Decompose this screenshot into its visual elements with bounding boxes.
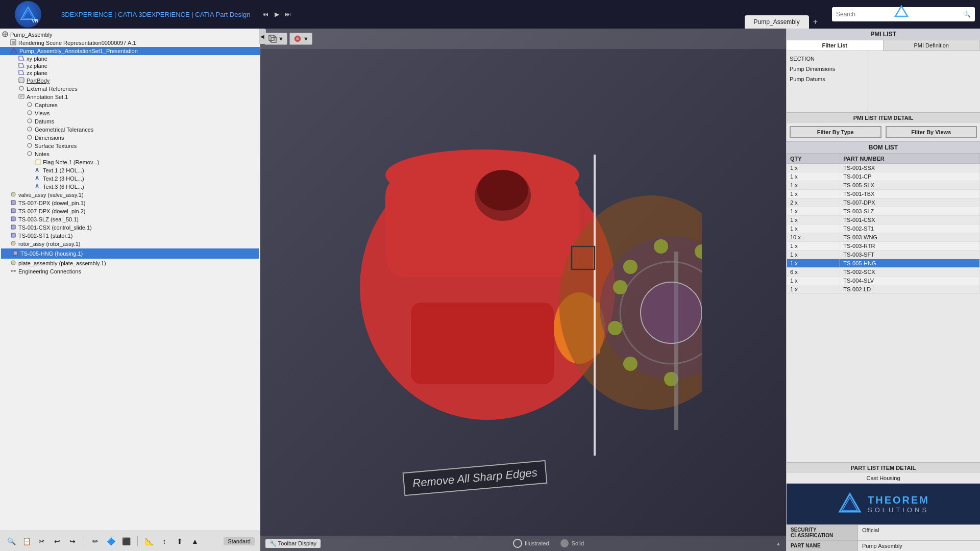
toolbar-icon-3[interactable]: ✂	[36, 535, 48, 547]
tree-item-annotation-set-pres[interactable]: Pump_Assembly_AnnotationSet1_Presentatio…	[0, 47, 260, 55]
tree-label-views: Views	[35, 110, 50, 116]
toolbar-icon-7[interactable]: 🔷	[105, 535, 117, 547]
tree-item-dimensions[interactable]: Dimensions	[0, 134, 260, 142]
bom-col-qty: QTY	[787, 154, 840, 164]
tree-item-ts003-slz[interactable]: TS-003-SLZ (seal_50.1)	[0, 215, 260, 223]
tree-item-pump-assembly[interactable]: Pump_Assembly	[0, 31, 260, 39]
svg-point-41	[11, 270, 13, 272]
play-btn[interactable]: ▶	[272, 9, 282, 19]
bom-row[interactable]: 1 xTS-003-SLZ	[787, 207, 980, 216]
tree-item-surface-textures[interactable]: Surface Textures	[0, 142, 260, 150]
toolbar-display-btn[interactable]: 🔧 Toolbar Display	[265, 539, 321, 548]
tree-item-xy-plane[interactable]: xy plane	[0, 55, 260, 62]
tree-item-yz-plane[interactable]: yz plane	[0, 62, 260, 69]
toolbar-icon-12[interactable]: ▲	[189, 535, 201, 547]
tree-item-zx-plane[interactable]: zx plane	[0, 69, 260, 77]
app-logo[interactable]: VR	[15, 1, 41, 28]
svg-point-30	[12, 193, 14, 195]
tree-item-captures[interactable]: Captures	[0, 101, 260, 109]
bom-row[interactable]: 1 xTS-003-RTR	[787, 242, 980, 251]
bom-row[interactable]: 1 xTS-004-SLV	[787, 277, 980, 285]
tree-icon-flag-note	[35, 159, 41, 166]
bom-row[interactable]: 1 xTS-003-SFT	[787, 251, 980, 259]
tree-item-valve-assy[interactable]: valve_assy (valve_assy.1)	[0, 191, 260, 199]
bom-row[interactable]: 1 xTS-005-SLX	[787, 181, 980, 190]
pmi-filter-item[interactable]: SECTION	[790, 54, 865, 64]
toolbar-icon-9[interactable]: 📐	[143, 535, 155, 547]
pmi-filter-item[interactable]: Pump Dimensions	[790, 64, 865, 74]
svg-point-37	[12, 242, 14, 244]
tree-item-text3[interactable]: AText.3 (6 HOL...)	[0, 183, 260, 191]
toolbar-icon-6[interactable]: ✏	[89, 535, 102, 547]
toolbar-icon-4[interactable]: ↩	[51, 535, 63, 547]
tree-item-eng-connections[interactable]: Engineering Connections	[0, 267, 260, 276]
pmi-filter-item[interactable]: Pump Datums	[790, 74, 865, 85]
svg-point-20	[28, 119, 32, 123]
tree-item-text2[interactable]: AText.2 (3 HOL...)	[0, 174, 260, 183]
svg-marker-2	[895, 6, 908, 16]
bom-row[interactable]: 6 xTS-002-SCX	[787, 268, 980, 277]
svg-rect-35	[11, 233, 15, 237]
bom-row[interactable]: 10 xTS-003-WNG	[787, 233, 980, 242]
toolbar-sep-2	[137, 536, 138, 546]
bom-row[interactable]: 1 xTS-005-HNG	[787, 259, 980, 268]
tree-icon-annotation-set-pres	[10, 47, 17, 55]
tree-icon-zx-plane	[18, 70, 24, 76]
security-label: SECURITY CLASSIFICATION	[787, 525, 858, 540]
main-tab[interactable]: Pump_Assembly	[745, 15, 809, 29]
tree-item-flag-note[interactable]: Flag Note.1 (Remov...)	[0, 158, 260, 166]
toolbar-icon-2[interactable]: 📋	[20, 535, 33, 547]
bom-row[interactable]: 1 xTS-002-ST1	[787, 224, 980, 233]
tree-item-ts001-csx[interactable]: TS-001-CSX (control_slide.1)	[0, 223, 260, 232]
toolbar-icon-11[interactable]: ⬆	[174, 535, 186, 547]
solid-btn[interactable]: Solid	[559, 538, 584, 548]
theorem-logo: THEOREM SOLUTIONS	[787, 484, 980, 524]
tree-item-rotor-assy[interactable]: rotor_assy (rotor_assy.1)	[0, 240, 260, 248]
tree-item-rendering[interactable]: Rendering Scene Representation00000097 A…	[0, 39, 260, 47]
bom-row[interactable]: 2 xTS-007-DPX	[787, 198, 980, 207]
toolbar-icon-8[interactable]: ⬛	[120, 535, 132, 547]
svg-marker-11	[19, 63, 24, 67]
toolbar-icon-10[interactable]: ↕	[158, 535, 170, 547]
tree-label-valve-assy: valve_assy (valve_assy.1)	[18, 192, 84, 198]
filter-by-views-btn[interactable]: Filter By Views	[886, 126, 977, 138]
tree-collapse-btn[interactable]: ◀	[259, 29, 266, 44]
bom-row[interactable]: 1 xTS-001-CP	[787, 172, 980, 181]
tree-icon-ts007-dowel1	[10, 199, 16, 207]
pmi-content: SECTIONPump DimensionsPump Datums	[787, 51, 980, 112]
tree-item-annotation-set1[interactable]: Annotation Set.1	[0, 93, 260, 101]
tree-item-part-body[interactable]: PartBody	[0, 77, 260, 85]
bom-row[interactable]: 1 xTS-001-SSX	[787, 164, 980, 172]
next-btn[interactable]: ⏭	[283, 9, 293, 19]
svg-rect-13	[19, 78, 24, 83]
toolbar-icon-5[interactable]: ↪	[66, 535, 79, 547]
bom-row[interactable]: 1 xTS-001-CSX	[787, 216, 980, 224]
tree-item-datums[interactable]: Datums	[0, 117, 260, 126]
pmi-tab-definition[interactable]: PMI Definition	[884, 40, 981, 51]
tree-item-ts007-dowel2[interactable]: TS-007-DPX (dowel_pin.2)	[0, 207, 260, 215]
illustrated-btn[interactable]: Illustrated	[512, 538, 549, 548]
bom-row[interactable]: 1 xTS-001-TBX	[787, 190, 980, 198]
filter-by-type-btn[interactable]: Filter By Type	[790, 126, 881, 138]
tree-item-text1[interactable]: AText.1 (2 HOL...)	[0, 166, 260, 174]
tree-item-ts007-dowel1[interactable]: TS-007-DPX (dowel_pin.1)	[0, 199, 260, 207]
tree-item-plate-assy[interactable]: plate_assembly (plate_assembly.1)	[0, 259, 260, 267]
bom-table: QTY PART NUMBER 1 xTS-001-SSX1 xTS-001-C…	[787, 154, 980, 462]
prev-btn[interactable]: ⏮	[260, 9, 271, 19]
tree-item-ts005-hng[interactable]: TS-005-HNG (housing.1)	[1, 248, 259, 259]
toolbar-icon-1[interactable]: 🔍	[5, 535, 17, 547]
viewport[interactable]: ▼ ▼	[260, 29, 786, 551]
new-tab-button[interactable]: +	[809, 15, 822, 29]
tree-item-geometrical-tol[interactable]: Geometrical Tolerances	[0, 126, 260, 134]
bom-row[interactable]: 1 xTS-002-LD	[787, 285, 980, 294]
tab-label: Pump_Assembly	[754, 18, 800, 26]
part-name-row: PART NAME Pump Assembly	[787, 541, 980, 551]
tree-item-ts002-st1[interactable]: TS-002-ST1 (stator.1)	[0, 232, 260, 240]
tree-item-notes[interactable]: Notes	[0, 150, 260, 158]
pmi-section: PMI LIST Filter List PMI Definition SECT…	[787, 29, 980, 142]
svg-point-42	[14, 270, 16, 272]
pmi-tab-filter[interactable]: Filter List	[787, 40, 884, 51]
tree-label-text2: Text.2 (3 HOL...)	[43, 176, 84, 182]
tree-item-views[interactable]: Views	[0, 109, 260, 117]
tree-item-external-refs[interactable]: External References	[0, 85, 260, 93]
